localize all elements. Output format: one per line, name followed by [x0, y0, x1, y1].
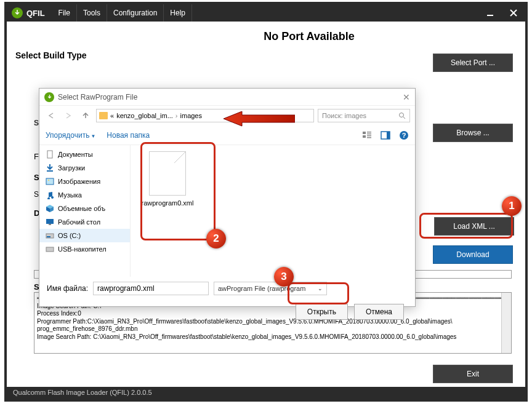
menu-help[interactable]: Help [164, 4, 192, 22]
log-scrollbar[interactable] [501, 293, 511, 353]
exit-button[interactable]: Exit [433, 365, 513, 383]
new-folder-button[interactable]: Новая папка [107, 131, 150, 140]
nav-back-button[interactable] [44, 109, 58, 122]
svg-rect-22 [47, 236, 50, 237]
search-input[interactable]: Поиск: images [318, 109, 410, 122]
view-options-icon[interactable] [362, 130, 372, 140]
port-status: No Port Available [15, 26, 517, 47]
cancel-button[interactable]: Отмена [354, 304, 404, 320]
minimize-button[interactable] [478, 4, 502, 22]
help-icon[interactable]: ? [399, 130, 409, 140]
svg-rect-15 [47, 151, 52, 158]
filetype-select[interactable]: awProgram File (rawprogram⌄ [214, 282, 327, 295]
svg-point-3 [400, 113, 404, 117]
svg-rect-17 [46, 178, 54, 185]
search-icon [398, 112, 406, 119]
organize-menu[interactable]: Упорядочить▼ [46, 131, 95, 140]
download-button[interactable]: Download [433, 245, 513, 264]
svg-rect-5 [363, 132, 366, 134]
open-button[interactable]: Открыть [296, 304, 348, 320]
breadcrumb[interactable]: « kenzo_global_im... › images [96, 109, 314, 122]
sidebar-item-music[interactable]: Музыка [39, 188, 130, 202]
file-list[interactable]: rawprogram0.xml [131, 145, 415, 277]
close-icon [509, 9, 518, 17]
folder-icon [99, 112, 108, 119]
music-icon [46, 191, 54, 199]
download-icon [46, 164, 54, 172]
svg-rect-7 [367, 132, 371, 133]
sidebar-item-usb[interactable]: USB-накопител [39, 242, 130, 256]
nav-forward-button[interactable] [62, 109, 75, 122]
svg-point-18 [48, 180, 49, 181]
sidebar-item-desktop[interactable]: Рабочий стол [39, 215, 130, 229]
file-dialog: Select RawProgram File ✕ « kenzo_global_… [39, 88, 416, 307]
minimize-icon [486, 9, 494, 17]
preview-pane-icon[interactable] [381, 130, 390, 140]
menu-file[interactable]: File [52, 4, 77, 22]
svg-line-4 [403, 117, 405, 119]
browse-button[interactable]: Browse ... [433, 124, 513, 142]
search-placeholder: Поиск: images [322, 112, 366, 119]
svg-rect-10 [367, 137, 371, 138]
close-button[interactable] [502, 4, 525, 22]
disk-icon [46, 231, 54, 240]
dialog-icon [44, 92, 54, 102]
app-title: QFIL [26, 9, 52, 18]
breadcrumb-parent[interactable]: kenzo_global_im... [116, 112, 173, 119]
svg-rect-23 [46, 247, 54, 252]
nav-up-button[interactable] [79, 109, 92, 122]
cube-icon [46, 204, 54, 213]
load-xml-button[interactable]: Load XML ... [434, 217, 514, 236]
sidebar-item-os-c[interactable]: OS (C:) [39, 229, 130, 242]
menu-configuration[interactable]: Configuration [107, 4, 164, 22]
filename-input[interactable] [93, 282, 209, 295]
arrow-left-icon [47, 111, 55, 120]
side-s3: S [34, 190, 39, 199]
desktop-icon [46, 218, 54, 226]
svg-text:?: ? [402, 132, 406, 139]
sidebar-item-3dobjects[interactable]: Объемные объ [39, 202, 130, 215]
document-icon [46, 150, 54, 159]
file-icon [149, 151, 186, 196]
breadcrumb-current[interactable]: images [180, 112, 202, 119]
app-icon [12, 7, 23, 18]
usb-icon [46, 245, 54, 253]
menu-tools[interactable]: Tools [77, 4, 107, 22]
svg-rect-6 [363, 135, 366, 138]
dialog-close-button[interactable]: ✕ [403, 92, 410, 102]
svg-rect-8 [367, 133, 371, 135]
dialog-title-bar: Select RawProgram File ✕ [39, 89, 415, 106]
title-bar: QFIL File Tools Configuration Help [7, 4, 525, 22]
sidebar-item-pictures[interactable]: Изображения [39, 175, 130, 188]
svg-rect-9 [367, 135, 371, 137]
picture-icon [46, 177, 54, 186]
annotation-badge-1: 1 [502, 196, 522, 216]
side-s: S [34, 119, 39, 127]
dialog-sidebar: Документы Загрузки Изображения Музыка Об… [39, 145, 131, 277]
side-f: F [34, 152, 39, 161]
arrow-right-icon [64, 111, 73, 120]
arrow-up-icon [81, 111, 90, 120]
sidebar-item-downloads[interactable]: Загрузки [39, 161, 130, 175]
svg-rect-20 [49, 224, 51, 225]
dialog-title-text: Select RawProgram File [58, 93, 137, 101]
select-port-button[interactable]: Select Port ... [433, 54, 513, 72]
status-bar: Qualcomm Flash Image Loader (QFIL) 2.0.0… [7, 387, 525, 399]
filename-label: Имя файла: [47, 284, 88, 293]
sidebar-item-documents[interactable]: Документы [39, 148, 130, 161]
svg-rect-19 [46, 219, 54, 224]
file-name: rawprogram0.xml [137, 199, 198, 207]
svg-rect-12 [387, 132, 390, 139]
file-item-rawprogram0[interactable]: rawprogram0.xml [137, 151, 198, 207]
